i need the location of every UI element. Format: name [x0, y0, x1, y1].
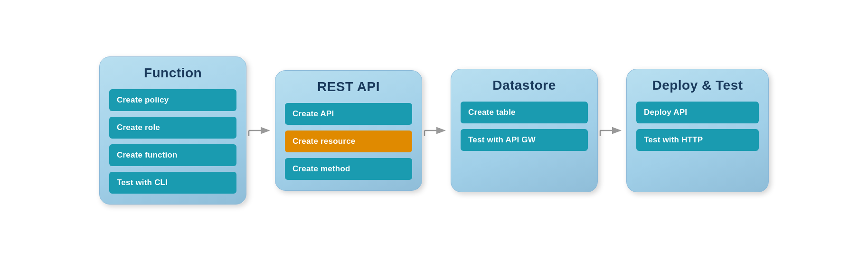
btn-create-method[interactable]: Create method [285, 158, 412, 180]
btn-test-cli[interactable]: Test with CLI [109, 172, 236, 194]
arrow-1-icon [246, 121, 273, 140]
panel-datastore-title: Datastore [492, 78, 556, 93]
panel-rest-api: REST API Create API Create resource Crea… [275, 70, 422, 191]
btn-create-api[interactable]: Create API [285, 103, 412, 125]
panel-function-title: Function [144, 65, 202, 81]
panel-rest-api-title: REST API [317, 79, 380, 94]
btn-create-policy[interactable]: Create policy [109, 89, 236, 111]
btn-create-role[interactable]: Create role [109, 117, 236, 139]
btn-test-http[interactable]: Test with HTTP [636, 129, 759, 151]
arrow-3 [598, 121, 626, 140]
panel-datastore: Datastore Create table Test with API GW [451, 69, 598, 192]
panel-deploy-test-title: Deploy & Test [652, 78, 743, 93]
btn-deploy-api[interactable]: Deploy API [636, 102, 759, 123]
diagram: Function Create policy Create role Creat… [85, 47, 783, 214]
btn-create-resource[interactable]: Create resource [285, 130, 412, 152]
arrow-2-icon [422, 121, 448, 140]
btn-create-table[interactable]: Create table [461, 102, 588, 123]
arrow-3-icon [598, 121, 624, 140]
btn-create-function[interactable]: Create function [109, 144, 236, 166]
panel-function: Function Create policy Create role Creat… [99, 56, 246, 205]
arrow-1 [246, 121, 275, 140]
btn-test-api-gw[interactable]: Test with API GW [461, 129, 588, 151]
panel-deploy-test: Deploy & Test Deploy API Test with HTTP [626, 69, 769, 192]
arrow-2 [422, 121, 451, 140]
